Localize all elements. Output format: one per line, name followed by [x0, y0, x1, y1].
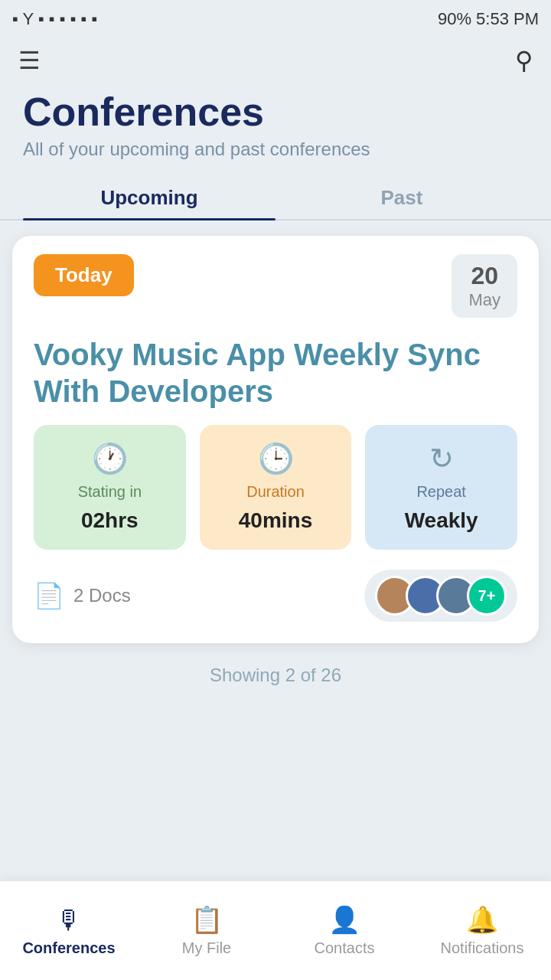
avatars-group: 7+	[364, 570, 517, 622]
nav-item-notifications[interactable]: 🔔 Notifications	[413, 904, 551, 957]
page-title: Conferences	[23, 90, 528, 134]
date-month: May	[468, 290, 500, 310]
today-badge: Today	[34, 254, 134, 296]
notifications-label: Notifications	[441, 939, 524, 957]
signal-icons: ▪ Y ▪ ▪ ▪ ▪ ▪ ▪	[12, 9, 97, 29]
time-text: 5:53 PM	[476, 9, 539, 29]
document-icon: 📄	[34, 581, 64, 610]
conference-title: Vooky Music App Weekly Sync With Develop…	[12, 318, 539, 425]
conference-card: Today 20 May Vooky Music App Weekly Sync…	[12, 236, 539, 643]
date-badge: 20 May	[452, 254, 517, 318]
contacts-label: Contacts	[315, 939, 375, 957]
status-bar: ▪ Y ▪ ▪ ▪ ▪ ▪ ▪ 90% 5:53 PM	[0, 0, 551, 38]
showing-count: Showing 2 of 26	[12, 665, 539, 686]
duration-label: Duration	[246, 483, 305, 501]
conferences-icon: 🎙	[56, 905, 82, 935]
nav-item-myfile[interactable]: 📋 My File	[138, 904, 276, 957]
bottom-nav: 🎙 Conferences 📋 My File 👤 Contacts 🔔 Not…	[0, 880, 551, 980]
starting-label: Stating in	[78, 483, 142, 501]
content-area: Today 20 May Vooky Music App Weekly Sync…	[0, 220, 551, 793]
duration-clock-icon: 🕒	[258, 442, 294, 475]
myfile-label: My File	[182, 939, 231, 957]
status-bar-right: 90% 5:53 PM	[438, 9, 539, 29]
repeat-value: Weakly	[405, 508, 478, 533]
top-bar: ☰ ⚲	[0, 38, 551, 83]
docs-info: 📄 2 Docs	[34, 581, 131, 610]
nav-item-conferences[interactable]: 🎙 Conferences	[0, 905, 138, 957]
contacts-icon: 👤	[328, 904, 360, 935]
nav-item-contacts[interactable]: 👤 Contacts	[276, 904, 413, 957]
search-icon[interactable]: ⚲	[515, 46, 533, 75]
starting-value: 02hrs	[81, 508, 139, 533]
info-cards-row: 🕐 Stating in 02hrs 🕒 Duration 40mins ↺ R…	[12, 425, 539, 550]
repeat-icon: ↺	[429, 442, 454, 475]
tab-upcoming[interactable]: Upcoming	[23, 175, 276, 219]
conferences-label: Conferences	[22, 939, 115, 957]
avatar-more: 7+	[467, 576, 507, 616]
notifications-icon: 🔔	[466, 904, 498, 935]
battery-text: 90%	[438, 9, 471, 29]
clock-icon: 🕐	[92, 442, 128, 475]
repeat-label: Repeat	[416, 483, 466, 501]
info-card-starting: 🕐 Stating in 02hrs	[34, 425, 186, 550]
info-card-duration: 🕒 Duration 40mins	[200, 425, 352, 550]
tabs: Upcoming Past	[0, 175, 551, 220]
info-card-repeat: ↺ Repeat Weakly	[365, 425, 517, 550]
page-subtitle: All of your upcoming and past conference…	[23, 139, 528, 160]
date-day: 20	[468, 262, 500, 290]
header: Conferences All of your upcoming and pas…	[0, 83, 551, 175]
docs-count: 2 Docs	[73, 585, 131, 606]
hamburger-icon[interactable]: ☰	[18, 46, 41, 75]
docs-row: 📄 2 Docs 7+	[12, 550, 539, 622]
card-top-row: Today 20 May	[12, 236, 539, 318]
duration-value: 40mins	[239, 508, 313, 533]
myfile-icon: 📋	[191, 904, 223, 935]
tab-past[interactable]: Past	[276, 175, 528, 219]
status-bar-left: ▪ Y ▪ ▪ ▪ ▪ ▪ ▪	[12, 9, 97, 29]
